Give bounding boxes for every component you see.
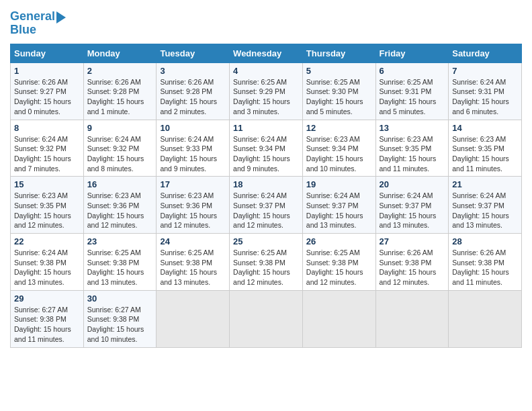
day-info: Sunrise: 6:24 AM Sunset: 9:37 PM Dayligh… — [380, 191, 445, 230]
day-header-tuesday: Tuesday — [157, 44, 230, 62]
day-number: 2 — [87, 66, 153, 76]
table-row: 18Sunrise: 6:24 AM Sunset: 9:37 PM Dayli… — [230, 177, 303, 234]
day-number: 23 — [87, 236, 153, 246]
day-info: Sunrise: 6:27 AM Sunset: 9:38 PM Dayligh… — [14, 305, 80, 345]
day-number: 29 — [14, 293, 80, 304]
table-row: 22Sunrise: 6:24 AM Sunset: 9:38 PM Dayli… — [11, 234, 84, 291]
table-row: 15Sunrise: 6:23 AM Sunset: 9:35 PM Dayli… — [11, 177, 84, 234]
day-info: Sunrise: 6:24 AM Sunset: 9:34 PM Dayligh… — [233, 134, 299, 174]
table-row: 11Sunrise: 6:24 AM Sunset: 9:34 PM Dayli… — [230, 120, 303, 177]
day-info: Sunrise: 6:26 AM Sunset: 9:28 PM Dayligh… — [87, 77, 153, 117]
calendar-week-2: 8Sunrise: 6:24 AM Sunset: 9:32 PM Daylig… — [11, 120, 522, 177]
table-row: 29Sunrise: 6:27 AM Sunset: 9:38 PM Dayli… — [11, 290, 84, 347]
table-row: 10Sunrise: 6:24 AM Sunset: 9:33 PM Dayli… — [157, 120, 230, 177]
day-info: Sunrise: 6:23 AM Sunset: 9:36 PM Dayligh… — [160, 191, 226, 230]
day-info: Sunrise: 6:26 AM Sunset: 9:38 PM Dayligh… — [452, 248, 518, 287]
day-number: 26 — [306, 236, 372, 246]
day-info: Sunrise: 6:23 AM Sunset: 9:36 PM Dayligh… — [87, 191, 153, 230]
logo-blue-text: Blue — [10, 24, 36, 37]
day-info: Sunrise: 6:25 AM Sunset: 9:38 PM Dayligh… — [233, 248, 299, 287]
table-row: 17Sunrise: 6:23 AM Sunset: 9:36 PM Dayli… — [157, 177, 230, 234]
table-row — [449, 290, 522, 347]
day-number: 5 — [306, 66, 372, 76]
day-number: 3 — [160, 66, 226, 76]
day-number: 30 — [87, 293, 153, 304]
table-row: 7Sunrise: 6:24 AM Sunset: 9:31 PM Daylig… — [449, 62, 522, 120]
table-row: 25Sunrise: 6:25 AM Sunset: 9:38 PM Dayli… — [230, 234, 303, 291]
calendar-week-3: 15Sunrise: 6:23 AM Sunset: 9:35 PM Dayli… — [11, 177, 522, 234]
day-info: Sunrise: 6:23 AM Sunset: 9:35 PM Dayligh… — [380, 134, 445, 174]
table-row: 3Sunrise: 6:26 AM Sunset: 9:28 PM Daylig… — [157, 62, 230, 120]
day-info: Sunrise: 6:24 AM Sunset: 9:37 PM Dayligh… — [233, 191, 299, 230]
calendar-table: SundayMondayTuesdayWednesdayThursdayFrid… — [10, 44, 522, 348]
day-info: Sunrise: 6:24 AM Sunset: 9:31 PM Dayligh… — [452, 77, 518, 117]
table-row: 4Sunrise: 6:25 AM Sunset: 9:29 PM Daylig… — [230, 62, 303, 120]
table-row: 24Sunrise: 6:25 AM Sunset: 9:38 PM Dayli… — [157, 234, 230, 291]
day-number: 24 — [160, 236, 226, 246]
day-info: Sunrise: 6:25 AM Sunset: 9:30 PM Dayligh… — [306, 77, 372, 117]
day-number: 13 — [380, 123, 445, 133]
day-number: 10 — [160, 123, 226, 133]
logo-arrow-icon — [56, 11, 66, 24]
logo-text: General — [10, 10, 55, 24]
table-row: 1Sunrise: 6:26 AM Sunset: 9:27 PM Daylig… — [11, 62, 84, 120]
day-number: 20 — [380, 179, 445, 189]
day-number: 19 — [306, 179, 372, 189]
day-info: Sunrise: 6:23 AM Sunset: 9:34 PM Dayligh… — [306, 134, 372, 174]
day-info: Sunrise: 6:23 AM Sunset: 9:35 PM Dayligh… — [452, 134, 518, 174]
header-row: SundayMondayTuesdayWednesdayThursdayFrid… — [11, 44, 522, 62]
day-info: Sunrise: 6:24 AM Sunset: 9:37 PM Dayligh… — [452, 191, 518, 230]
day-number: 1 — [14, 66, 80, 76]
day-info: Sunrise: 6:26 AM Sunset: 9:28 PM Dayligh… — [160, 77, 226, 117]
table-row — [375, 290, 449, 347]
day-info: Sunrise: 6:24 AM Sunset: 9:37 PM Dayligh… — [306, 191, 372, 230]
day-header-thursday: Thursday — [302, 44, 375, 62]
table-row: 13Sunrise: 6:23 AM Sunset: 9:35 PM Dayli… — [375, 120, 449, 177]
table-row: 21Sunrise: 6:24 AM Sunset: 9:37 PM Dayli… — [449, 177, 522, 234]
day-header-friday: Friday — [375, 44, 449, 62]
day-info: Sunrise: 6:25 AM Sunset: 9:38 PM Dayligh… — [306, 248, 372, 287]
day-info: Sunrise: 6:23 AM Sunset: 9:35 PM Dayligh… — [14, 191, 80, 230]
day-header-monday: Monday — [83, 44, 157, 62]
day-info: Sunrise: 6:25 AM Sunset: 9:38 PM Dayligh… — [87, 248, 153, 287]
table-row: 6Sunrise: 6:25 AM Sunset: 9:31 PM Daylig… — [375, 62, 449, 120]
day-number: 28 — [452, 236, 518, 246]
table-row: 20Sunrise: 6:24 AM Sunset: 9:37 PM Dayli… — [375, 177, 449, 234]
table-row: 26Sunrise: 6:25 AM Sunset: 9:38 PM Dayli… — [302, 234, 375, 291]
table-row — [157, 290, 230, 347]
day-header-wednesday: Wednesday — [230, 44, 303, 62]
table-row: 19Sunrise: 6:24 AM Sunset: 9:37 PM Dayli… — [302, 177, 375, 234]
day-number: 9 — [87, 123, 153, 133]
logo: General Blue — [10, 10, 66, 37]
day-info: Sunrise: 6:26 AM Sunset: 9:27 PM Dayligh… — [14, 77, 80, 117]
table-row: 12Sunrise: 6:23 AM Sunset: 9:34 PM Dayli… — [302, 120, 375, 177]
day-info: Sunrise: 6:24 AM Sunset: 9:38 PM Dayligh… — [14, 248, 80, 287]
table-row — [302, 290, 375, 347]
table-row: 5Sunrise: 6:25 AM Sunset: 9:30 PM Daylig… — [302, 62, 375, 120]
day-number: 8 — [14, 123, 80, 133]
table-row: 16Sunrise: 6:23 AM Sunset: 9:36 PM Dayli… — [83, 177, 157, 234]
day-number: 22 — [14, 236, 80, 246]
day-info: Sunrise: 6:24 AM Sunset: 9:32 PM Dayligh… — [14, 134, 80, 174]
table-row — [230, 290, 303, 347]
day-info: Sunrise: 6:26 AM Sunset: 9:38 PM Dayligh… — [380, 248, 445, 287]
table-row: 2Sunrise: 6:26 AM Sunset: 9:28 PM Daylig… — [83, 62, 157, 120]
day-number: 6 — [380, 66, 445, 76]
table-row: 14Sunrise: 6:23 AM Sunset: 9:35 PM Dayli… — [449, 120, 522, 177]
calendar-week-4: 22Sunrise: 6:24 AM Sunset: 9:38 PM Dayli… — [11, 234, 522, 291]
day-info: Sunrise: 6:27 AM Sunset: 9:38 PM Dayligh… — [87, 305, 153, 345]
day-number: 21 — [452, 179, 518, 189]
day-number: 15 — [14, 179, 80, 189]
day-number: 14 — [452, 123, 518, 133]
day-number: 25 — [233, 236, 299, 246]
day-number: 11 — [233, 123, 299, 133]
day-info: Sunrise: 6:24 AM Sunset: 9:33 PM Dayligh… — [160, 134, 226, 174]
day-number: 17 — [160, 179, 226, 189]
day-header-saturday: Saturday — [449, 44, 522, 62]
table-row: 8Sunrise: 6:24 AM Sunset: 9:32 PM Daylig… — [11, 120, 84, 177]
calendar-week-1: 1Sunrise: 6:26 AM Sunset: 9:27 PM Daylig… — [11, 62, 522, 120]
day-info: Sunrise: 6:25 AM Sunset: 9:31 PM Dayligh… — [380, 77, 445, 117]
day-number: 4 — [233, 66, 299, 76]
table-row: 23Sunrise: 6:25 AM Sunset: 9:38 PM Dayli… — [83, 234, 157, 291]
day-info: Sunrise: 6:24 AM Sunset: 9:32 PM Dayligh… — [87, 134, 153, 174]
